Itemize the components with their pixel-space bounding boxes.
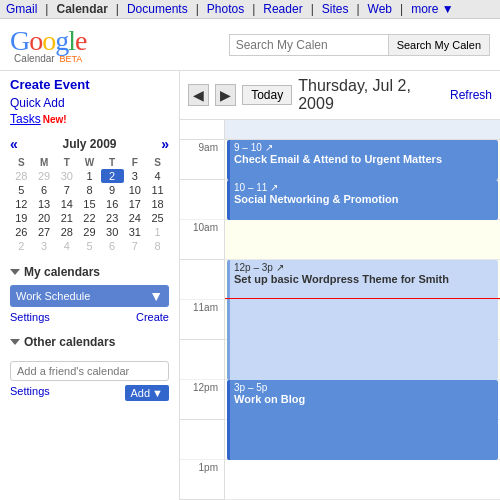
mini-cal-day-cell[interactable]: 3 <box>33 239 56 253</box>
create-link[interactable]: Create <box>136 311 169 323</box>
time-slot: 10am <box>180 220 224 260</box>
other-calendars-header[interactable]: Other calendars <box>10 335 169 349</box>
search-button[interactable]: Search My Calen <box>389 34 490 56</box>
mini-cal-day-cell[interactable]: 17 <box>124 197 147 211</box>
calendar-content: ◀ ▶ Today Thursday, Jul 2, 2009 Refresh … <box>180 71 500 500</box>
nav-more[interactable]: more ▼ <box>411 2 454 16</box>
quick-add-link[interactable]: Quick Add <box>10 96 169 110</box>
next-day-button[interactable]: ▶ <box>215 84 236 106</box>
nav-documents[interactable]: Documents <box>127 2 188 16</box>
event-time: 10 – 11 ↗ <box>234 182 494 193</box>
add-friend-calendar-input[interactable] <box>10 361 169 381</box>
mini-cal-day-cell[interactable]: 20 <box>33 211 56 225</box>
mini-cal-day-cell[interactable]: 19 <box>10 211 33 225</box>
event-block[interactable]: 9 – 10 ↗Check Email & Attend to Urgent M… <box>227 140 498 180</box>
my-calendars-header[interactable]: My calendars <box>10 265 169 279</box>
today-button[interactable]: Today <box>242 85 292 105</box>
mini-cal-day-cell[interactable]: 4 <box>146 169 169 183</box>
nav-sep1: | <box>45 2 48 16</box>
add-calendar-button[interactable]: Add ▼ <box>125 385 169 401</box>
mini-cal-day-cell[interactable]: 29 <box>78 225 101 239</box>
logo-e: e <box>75 25 86 56</box>
mini-cal-day-cell[interactable]: 2 <box>10 239 33 253</box>
mini-cal-next[interactable]: » <box>161 136 169 152</box>
mini-cal-day-cell[interactable]: 2 <box>101 169 124 183</box>
mini-cal-day-cell[interactable]: 1 <box>146 225 169 239</box>
nav-photos[interactable]: Photos <box>207 2 244 16</box>
prev-day-button[interactable]: ◀ <box>188 84 209 106</box>
search-input[interactable] <box>229 34 389 56</box>
main-layout: Create Event Quick Add TasksNew! « July … <box>0 71 500 500</box>
mini-cal-day-cell[interactable]: 24 <box>124 211 147 225</box>
nav-sites[interactable]: Sites <box>322 2 349 16</box>
nav-sep4: | <box>252 2 255 16</box>
mini-cal-day-cell[interactable]: 6 <box>33 183 56 197</box>
nav-web[interactable]: Web <box>368 2 392 16</box>
settings-link[interactable]: Settings <box>10 311 50 323</box>
other-settings-link[interactable]: Settings <box>10 385 50 401</box>
nav-gmail[interactable]: Gmail <box>6 2 37 16</box>
event-time: 9 – 10 ↗ <box>234 142 494 153</box>
mini-cal-day-cell[interactable]: 26 <box>10 225 33 239</box>
nav-reader[interactable]: Reader <box>263 2 302 16</box>
mini-cal-day-cell[interactable]: 27 <box>33 225 56 239</box>
mini-cal-day-cell[interactable]: 6 <box>101 239 124 253</box>
mini-cal-day-cell[interactable]: 15 <box>78 197 101 211</box>
mini-cal-day-cell[interactable]: 23 <box>101 211 124 225</box>
refresh-link[interactable]: Refresh <box>450 88 492 102</box>
mini-cal-day-cell[interactable]: 8 <box>78 183 101 197</box>
time-slot <box>180 340 224 380</box>
mini-cal-title: July 2009 <box>62 137 116 151</box>
mini-cal-day-cell[interactable]: 8 <box>146 239 169 253</box>
other-triangle-down-icon <box>10 339 20 345</box>
mini-cal-day-cell[interactable]: 13 <box>33 197 56 211</box>
mini-cal-day-cell[interactable]: 18 <box>146 197 169 211</box>
mini-cal-week-row: 19202122232425 <box>10 211 169 225</box>
mini-cal-day-cell[interactable]: 28 <box>55 225 78 239</box>
add-arrow-icon: ▼ <box>152 387 163 399</box>
mini-cal-day-cell[interactable]: 7 <box>55 183 78 197</box>
mini-cal-days-of-week: SMTWTFS <box>10 156 169 169</box>
mini-cal-day-cell[interactable]: 4 <box>55 239 78 253</box>
event-title: Set up basic Wordpress Theme for Smith <box>234 273 494 285</box>
google-header: Google Calendar BETA Search My Calen <box>0 19 500 71</box>
mini-cal-day-cell[interactable]: 10 <box>124 183 147 197</box>
mini-cal-day-cell[interactable]: 25 <box>146 211 169 225</box>
mini-cal-day-cell[interactable]: 28 <box>10 169 33 183</box>
mini-cal-day-cell[interactable]: 22 <box>78 211 101 225</box>
mini-cal-week-row: 567891011 <box>10 183 169 197</box>
mini-cal-prev[interactable]: « <box>10 136 18 152</box>
tasks-row: TasksNew! <box>10 112 169 126</box>
nav-sep2: | <box>116 2 119 16</box>
mini-cal-day-cell[interactable]: 30 <box>55 169 78 183</box>
mini-cal-day-cell[interactable]: 1 <box>78 169 101 183</box>
create-event-link[interactable]: Create Event <box>10 77 169 92</box>
mini-cal-day-cell[interactable]: 11 <box>146 183 169 197</box>
tasks-link[interactable]: Tasks <box>10 112 41 126</box>
mini-cal-day-cell[interactable]: 12 <box>10 197 33 211</box>
logo-beta: BETA <box>59 54 82 64</box>
mini-cal-day-cell[interactable]: 30 <box>101 225 124 239</box>
time-slot: 11am <box>180 300 224 340</box>
mini-cal-day-cell[interactable]: 7 <box>124 239 147 253</box>
work-schedule-dropdown[interactable]: Work Schedule ▼ <box>10 285 169 307</box>
mini-cal-day-cell[interactable]: 31 <box>124 225 147 239</box>
mini-cal-dow-cell: M <box>33 156 56 169</box>
mini-cal-day-cell[interactable]: 14 <box>55 197 78 211</box>
time-column: 9am10am11am12pm1pm2pm3pm4pm5pm <box>180 120 225 500</box>
mini-cal-day-cell[interactable]: 5 <box>78 239 101 253</box>
mini-cal-day-cell[interactable]: 16 <box>101 197 124 211</box>
mini-cal-day-cell[interactable]: 29 <box>33 169 56 183</box>
mini-cal-day-cell[interactable]: 21 <box>55 211 78 225</box>
mini-cal-day-cell[interactable]: 3 <box>124 169 147 183</box>
mini-cal-day-cell[interactable]: 9 <box>101 183 124 197</box>
event-block[interactable]: 3p – 5pWork on Blog <box>227 380 498 460</box>
logo-l: l <box>68 25 75 56</box>
mini-cal-day-cell[interactable]: 5 <box>10 183 33 197</box>
event-block[interactable]: 12p – 3p ↗Set up basic Wordpress Theme f… <box>227 260 498 380</box>
mini-cal-dow-cell: S <box>146 156 169 169</box>
event-block[interactable]: 10 – 11 ↗Social Networking & Promotion <box>227 180 498 220</box>
search-bar: Search My Calen <box>229 34 490 56</box>
event-time: 3p – 5p <box>234 382 494 393</box>
nav-calendar[interactable]: Calendar <box>56 2 107 16</box>
